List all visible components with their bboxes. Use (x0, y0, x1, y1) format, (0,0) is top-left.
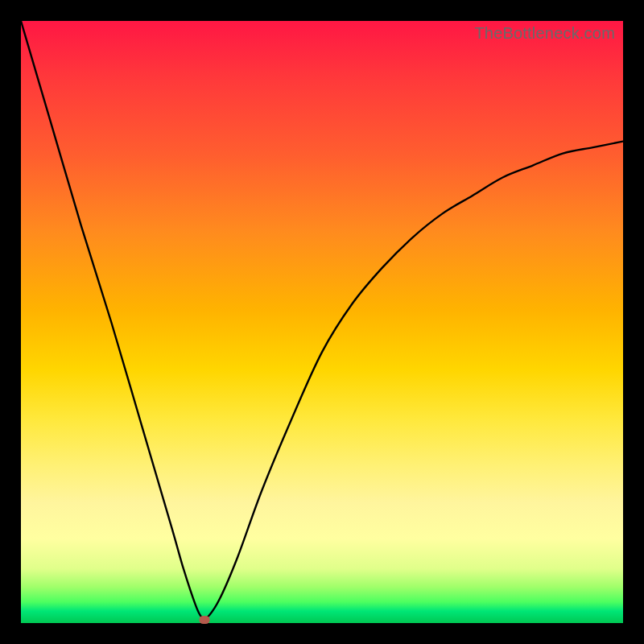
plot-area: TheBottleneck.com (21, 21, 623, 623)
watermark-text: TheBottleneck.com (474, 24, 615, 43)
bottleneck-curve (21, 21, 623, 623)
optimum-marker (200, 616, 210, 624)
chart-frame: TheBottleneck.com (0, 0, 644, 644)
